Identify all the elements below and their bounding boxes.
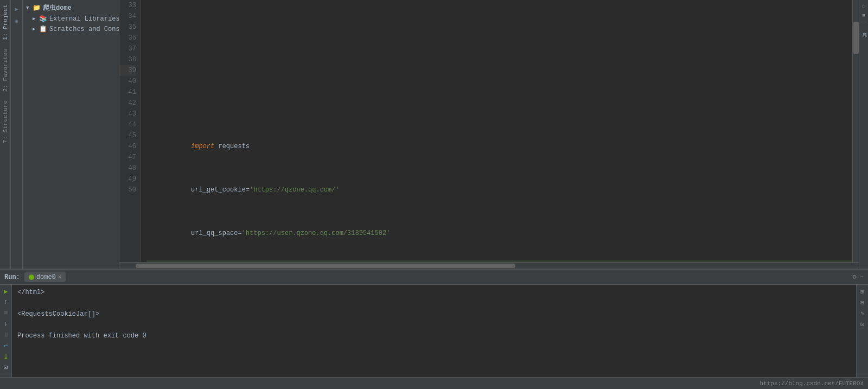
run-panel-header: Run: dome0 × ⚙ − [0,270,868,285]
run-settings-icon[interactable]: ⚙ [853,273,857,281]
code-line-38: url_qq_space='https://user.qzone.qq.com/… [146,217,852,228]
run-pause-btn[interactable]: ⏸ [2,330,10,339]
sidebar-tree: ▼ 📁 爬虫dome ▶ 📚 External Libraries ▶ 📋 Sc… [23,0,119,36]
requests-plain: requests [214,143,250,150]
run-panel: Run: dome0 × ⚙ − ▶ ↑ ■ ↓ ⏸ ↩ ⤓ ⊡ </html>… [0,269,868,377]
ln-50: 50 [119,184,136,195]
code-line-36: import requests [146,130,852,141]
vertical-scrollbar[interactable] [852,0,859,262]
run-minimize-icon[interactable]: − [860,273,864,281]
run-stop-btn[interactable]: ■ [2,309,10,317]
ln-49: 49 [119,174,136,184]
run-tab-icon [29,275,34,280]
ln-37: 37 [119,43,136,54]
import-keyword: import [191,143,214,150]
project-tab[interactable]: 1: Project [1,0,10,44]
run-tab-close[interactable]: × [58,274,62,280]
ln-40: 40 [119,76,136,87]
output-line-2 [17,298,851,309]
code-line-35 [146,87,852,98]
ln-47: 47 [119,152,136,163]
ln-44: 44 [119,119,136,130]
var-url-get: url_get_cookie [191,186,246,194]
str-url-qq: 'https://user.qzone.qq.com/3139541502' [242,229,391,237]
run-tab-name: dome0 [36,273,56,281]
ln-33: 33 [119,0,136,11]
ln-41: 41 [119,87,136,98]
editor-area: 33 34 35 36 37 38 39 40 41 42 43 44 45 4… [119,0,859,269]
hscrollbar-thumb[interactable] [136,264,515,268]
run-play-btn[interactable]: ▶ [2,287,10,296]
code-line-39: date={'username':'3139541502','password'… [146,260,852,262]
ln-39: 39 [119,65,136,76]
vtool-sep-1 [860,22,867,22]
ln-42: 42 [119,98,136,109]
ln-34: 34 [119,11,136,22]
run-scroll-end-btn[interactable]: ⤓ [2,352,10,361]
ln-48: 48 [119,163,136,174]
var-url-qq: url_qq_space [191,229,238,237]
run-wrap-btn[interactable]: ↩ [2,341,10,350]
ext-libs-arrow: ▶ [33,16,39,22]
run-up-btn[interactable]: ↑ [2,298,10,307]
favorites-tab[interactable]: 2: Favorites [1,44,10,96]
code-line-34 [146,54,852,65]
code-lines[interactable]: import requests url_get_cookie='https://… [141,0,852,262]
ext-libs-label: External Libraries [49,15,119,23]
left-side-labels: 1: Project 2: Favorites 7: Structure [0,0,11,269]
run-left-toolbar: ▶ ↑ ■ ↓ ⏸ ↩ ⤓ ⊡ [0,285,12,377]
run-tab-dome0[interactable]: dome0 × [24,272,66,282]
ext-libs-icon: 📚 [39,15,47,23]
vscrollbar-thumb[interactable] [853,22,859,54]
tree-item-scratches[interactable]: ▶ 📋 Scratches and Consoles [23,24,119,34]
ln-35: 35 [119,22,136,33]
structure-tab[interactable]: 7: Structure [1,96,10,148]
run-content-area: ▶ ↑ ■ ↓ ⏸ ↩ ⤓ ⊡ </html> <RequestsCookieJ… [0,285,868,377]
horizontal-scrollbar[interactable] [119,262,859,269]
tree-item-ext-libs[interactable]: ▶ 📚 External Libraries [23,14,119,24]
code-container[interactable]: 33 34 35 36 37 38 39 40 41 42 43 44 45 4… [119,0,859,262]
run-rtool-2[interactable]: ⊟ [858,298,867,307]
status-url: https://blog.csdn.net/FUTEROX [760,380,864,387]
ln-46: 46 [119,141,136,152]
output-line-3: <RequestsCookieJar[]> [17,309,851,320]
scratches-arrow: ▶ [33,26,39,32]
ln-36: 36 [119,33,136,43]
run-label: Run: [4,273,20,281]
scratches-icon: 📋 [39,25,47,33]
output-line-1: </html> [17,287,851,298]
run-rtool-1[interactable]: ⊞ [858,287,867,296]
vtool-sep-2 [860,35,867,35]
code-line-33 [146,22,852,33]
run-header-right: ⚙ − [853,273,864,281]
sidebar-icon-1[interactable]: ▶ [12,4,22,14]
run-right-toolbar: ⊞ ⊟ ✎ ⊡ [856,285,868,377]
output-line-4 [17,320,851,330]
run-output: </html> <RequestsCookieJar[]> Process fi… [12,285,856,377]
run-clear-btn[interactable]: ⊡ [2,363,10,372]
ln-38: 38 [119,54,136,65]
project-folder-icon: 📁 [33,4,41,12]
output-line-5: Process finished with exit code 0 [17,330,851,341]
sidebar-left-icons: ▶ ◉ [11,0,23,269]
sidebar-icon-2[interactable]: ◉ [12,16,22,26]
vtool-btn-1[interactable]: □ [860,2,868,10]
run-rtool-4[interactable]: ⊡ [858,320,867,328]
vtool-btn-3[interactable]: 爬 [860,24,868,33]
run-down-btn[interactable]: ↓ [2,320,10,328]
hscrollbar-track[interactable] [119,264,859,268]
main-area: 1: Project 2: Favorites 7: Structure ▶ ◉… [0,0,868,269]
ln-43: 43 [119,109,136,119]
str-url-get: 'https://qzone.qq.com/' [250,186,340,194]
scratches-label: Scratches and Consoles [49,25,119,33]
ln-45: 45 [119,130,136,141]
right-toolbar: □ ■ 爬 [859,0,868,269]
vtool-btn-2[interactable]: ■ [860,11,868,20]
run-rtool-3[interactable]: ✎ [858,309,867,317]
sidebar: ▶ ◉ ▼ 📁 爬虫dome ▶ 📚 External Libraries ▶ … [11,0,119,269]
status-bar: https://blog.csdn.net/FUTEROX [0,377,868,389]
project-arrow: ▼ [26,5,33,11]
project-label: 爬虫dome [43,3,72,12]
tree-item-project[interactable]: ▼ 📁 爬虫dome [23,2,119,14]
line-numbers: 33 34 35 36 37 38 39 40 41 42 43 44 45 4… [119,0,141,262]
